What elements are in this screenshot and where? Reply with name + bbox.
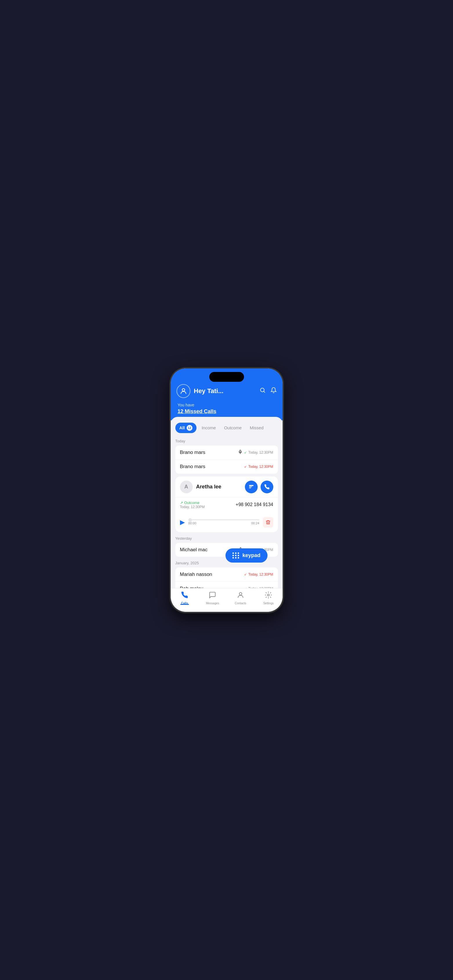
calls-icon (181, 591, 188, 600)
missed-arrow: ↙ (244, 573, 247, 576)
missed-calls-section: You have 12 Missed Calls (177, 402, 277, 415)
time-row: 00:00 00:24 (188, 522, 259, 525)
audio-player: ▶ 00:00 00:24 (175, 514, 278, 532)
search-icon[interactable] (259, 387, 266, 395)
time-end: 00:24 (251, 522, 259, 525)
screen: Hey Tati... (171, 369, 282, 612)
keypad-label: keypad (242, 552, 260, 558)
dynamic-island (209, 372, 244, 382)
call-time: Today, 12:30PM (248, 573, 273, 576)
tab-outcome[interactable]: Outcome (221, 423, 245, 433)
incoming-arrow: ↙ (244, 451, 247, 454)
keypad-grid-icon (233, 552, 239, 558)
section-january: January, 2025 (171, 560, 282, 568)
call-item[interactable]: Brano mars ↙ Today, 12:30PM (175, 445, 278, 460)
tab-badge: 12 (187, 425, 193, 431)
section-yesterday: Yesterday (171, 535, 282, 543)
time-start: 00:00 (188, 522, 196, 525)
call-time-right: ↙ Today, 12:30PM (244, 465, 273, 469)
you-have-text: You have (178, 402, 276, 407)
info-button[interactable] (245, 480, 258, 493)
contacts-label: Contacts (235, 602, 246, 605)
header-icons (259, 387, 277, 395)
missed-arrow: ↙ (244, 465, 247, 468)
call-name: Brano mars (180, 450, 206, 455)
nav-settings[interactable]: Settings (260, 591, 277, 605)
svg-rect-6 (249, 488, 251, 488)
bottom-nav: Calls Messages Contacts (171, 588, 282, 612)
delete-button[interactable] (263, 517, 273, 528)
settings-icon (265, 591, 272, 600)
main-content: All 12 Income Outcome Missed Today Brano… (171, 417, 282, 588)
expanded-header: A Aretha lee (175, 477, 278, 497)
call-time: Today, 12:30PM (248, 450, 273, 455)
svg-point-10 (268, 594, 270, 596)
avatar[interactable] (177, 384, 190, 398)
tab-all-label: All (179, 425, 185, 430)
outcome-time: Today, 12:30PM (180, 505, 205, 509)
expanded-left: A Aretha lee (180, 480, 222, 493)
phone-number: +98 902 184 9134 (236, 502, 273, 507)
contacts-icon (237, 591, 244, 600)
messages-icon (209, 591, 216, 600)
call-item[interactable]: Brano mars ↙ Today, 12:30PM (175, 460, 278, 474)
tab-missed[interactable]: Missed (247, 423, 266, 433)
expanded-avatar: A (180, 480, 193, 493)
expanded-card: A Aretha lee (175, 477, 278, 532)
progress-container: 00:00 00:24 (188, 519, 259, 525)
nav-messages[interactable]: Messages (204, 591, 221, 605)
progress-handle[interactable] (188, 518, 192, 522)
svg-rect-4 (249, 485, 253, 486)
header-top: Hey Tati... (177, 384, 277, 398)
call-name: Bob maley (180, 586, 203, 588)
mic-icon (238, 450, 242, 455)
call-time-right: ↙ Today, 12:30PM (244, 573, 273, 576)
keypad-button[interactable]: keypad (225, 548, 267, 563)
section-today: Today (171, 438, 282, 445)
outcome-label: ↗ Outcome (180, 501, 205, 505)
nav-contacts[interactable]: Contacts (232, 591, 249, 605)
call-item[interactable]: Mariah nasson ↙ Today, 12:30PM (175, 568, 278, 582)
call-time-right: ↙ Today, 12:30PM (238, 450, 273, 455)
call-group-today: Brano mars ↙ Today, 12:30PM (171, 445, 282, 474)
call-item[interactable]: Bob maley ↙ Today, 12:30PM (175, 582, 278, 588)
expanded-details: ↗ Outcome Today, 12:30PM +98 902 184 913… (175, 497, 278, 514)
call-name: Brano mars (180, 464, 206, 469)
expanded-actions (245, 480, 273, 493)
play-button[interactable]: ▶ (180, 519, 185, 526)
tab-income[interactable]: Income (199, 423, 219, 433)
call-name: Michael mac (180, 547, 207, 553)
expanded-name: Aretha lee (196, 484, 222, 490)
call-type-row: ↗ Outcome Today, 12:30PM +98 902 184 913… (180, 498, 273, 512)
tabs: All 12 Income Outcome Missed (171, 423, 282, 433)
call-button[interactable] (260, 480, 273, 493)
phone-frame: Hey Tati... (170, 368, 283, 612)
call-group-january: Mariah nasson ↙ Today, 12:30PM Bob maley… (171, 568, 282, 588)
call-name: Mariah nasson (180, 571, 212, 578)
svg-point-9 (239, 592, 242, 595)
settings-label: Settings (263, 602, 274, 605)
svg-rect-2 (240, 450, 241, 452)
messages-label: Messages (206, 602, 219, 605)
greeting: Hey Tati... (194, 387, 223, 395)
call-type-left: ↗ Outcome Today, 12:30PM (180, 501, 205, 509)
call-time: Today, 12:30PM (248, 465, 273, 469)
nav-calls[interactable]: Calls (176, 591, 193, 605)
header-left: Hey Tati... (177, 384, 223, 398)
tab-all[interactable]: All 12 (175, 423, 196, 433)
missed-calls-link[interactable]: 12 Missed Calls (178, 409, 276, 415)
svg-point-0 (182, 388, 185, 391)
nav-indicator (180, 604, 189, 605)
notification-icon[interactable] (270, 387, 277, 395)
progress-bar[interactable] (188, 519, 259, 520)
svg-rect-5 (249, 486, 252, 487)
